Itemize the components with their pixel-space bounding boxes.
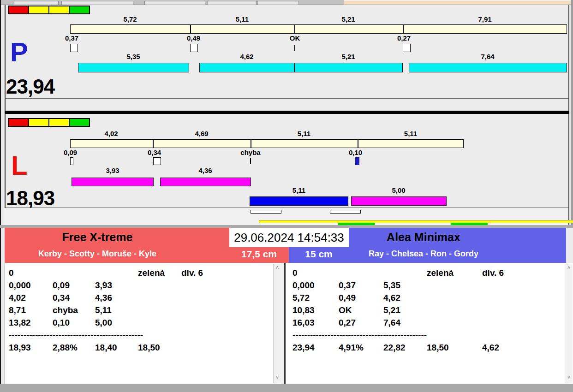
- ref-segment-label: 4,02: [104, 131, 118, 137]
- lane-p-measure-bar: [78, 63, 189, 72]
- lane-p-total: 23,94: [6, 77, 54, 97]
- ref-segment-label: 7,91: [478, 16, 491, 23]
- lane-p-reference-bar: [70, 24, 567, 34]
- lane-divider: [5, 111, 569, 114]
- lane-l-letter: L: [11, 152, 27, 179]
- gap-label: chyba: [240, 149, 260, 156]
- cell: 7,64: [383, 316, 427, 329]
- scroll-down-icon[interactable]: ˅: [565, 374, 573, 382]
- table-totals-row: 18,93 2,88% 18,40 18,50: [5, 341, 281, 354]
- meas-label: 5,00: [392, 187, 405, 194]
- gap-label: 0,10: [349, 149, 362, 156]
- cell: 5,11: [95, 304, 138, 316]
- cell: 16,03: [292, 316, 339, 329]
- team2-size-badge: 15 cm: [289, 246, 349, 262]
- total-cell: 23,94: [292, 341, 339, 354]
- table-separator-row: ----------------------------------------…: [286, 329, 573, 341]
- table-row: 10,83 OK 5,21: [286, 304, 573, 316]
- gap-label: 0,09: [64, 149, 77, 156]
- total-cell: 18,50: [138, 341, 181, 354]
- team1-name: Free X-treme: [5, 229, 190, 245]
- scroll-down-icon[interactable]: ˅: [274, 374, 281, 382]
- team1-players: Kerby - Scotty - Moruše - Kyle: [5, 247, 190, 260]
- meas-label: 3,93: [106, 167, 119, 174]
- lane-p-measure-bar: [409, 63, 567, 72]
- team1-size-badge: 17,5 cm: [229, 246, 289, 262]
- color-note: zelená: [138, 267, 181, 279]
- progress-bar-yellow: [259, 220, 573, 223]
- table-row: 13,82 0,10 5,00: [5, 316, 281, 329]
- ref-segment-label: 5,11: [236, 16, 249, 23]
- total-cell: 22,82: [383, 341, 427, 354]
- table-totals-row: 23,94 4,91% 22,82 18,50 4,62: [286, 341, 573, 354]
- table-row: 16,03 0,27 7,64: [286, 316, 573, 329]
- cell: 0,27: [339, 316, 383, 329]
- right-border: [568, 5, 569, 225]
- team2-name: Alea Minimax: [349, 229, 498, 245]
- gap-marker: [153, 157, 161, 165]
- meas-label: 5,11: [292, 187, 305, 194]
- cell: OK: [339, 304, 383, 316]
- status-red-cell: [9, 6, 29, 13]
- cell: 0,37: [339, 279, 383, 291]
- meas-label: 4,62: [240, 53, 253, 60]
- cell: 4,62: [383, 291, 427, 304]
- total-cell: 18,50: [427, 341, 482, 354]
- bar-tick: [294, 25, 295, 33]
- gap-marker-tick: [294, 45, 295, 51]
- meas-label: 4,36: [198, 167, 212, 174]
- bar-tick: [190, 25, 191, 33]
- start-value: 0: [292, 267, 339, 279]
- ref-segment-label: 5,11: [404, 131, 417, 137]
- gap-marker-tick: [250, 158, 251, 164]
- color-note: zelená: [427, 267, 482, 279]
- panel-bottom-band: [0, 384, 573, 392]
- status-yellow-cell: [49, 119, 70, 126]
- gap-label: 0,49: [187, 35, 200, 42]
- table-separator-row: ----------------------------------------…: [5, 329, 281, 341]
- team2-table-scrollbar[interactable]: ˄ ˅: [565, 264, 573, 383]
- bar-tick: [251, 140, 251, 148]
- cell: 4,36: [95, 291, 138, 304]
- lanes-left-border: [5, 5, 6, 225]
- status-yellow-cell: [49, 6, 70, 13]
- gap-label: 0,34: [148, 149, 161, 156]
- status-green-cell: [70, 6, 89, 13]
- cell: 8,71: [9, 304, 53, 316]
- separator: ----------------------------------------…: [292, 329, 573, 341]
- cell: 5,00: [95, 316, 138, 329]
- lane-p-status-strip: [8, 6, 90, 14]
- ref-segment-label: 5,72: [123, 16, 137, 23]
- total-cell: [181, 341, 281, 354]
- total-cell: 4,62: [482, 341, 573, 354]
- meas-label: 5,21: [341, 53, 355, 60]
- app-window: 5,72 5,11 5,21 7,91 0,37 0,49 OK 0,27 5,…: [0, 0, 573, 392]
- gap-label: 0,37: [65, 35, 78, 42]
- ref-segment-label: 5,21: [341, 16, 355, 23]
- cell: 0,49: [339, 291, 383, 304]
- total-cell: 2,88%: [53, 341, 95, 354]
- scroll-up-icon[interactable]: ˄: [565, 265, 573, 272]
- team2-players: Ray - Chelsea - Ron - Gordy: [349, 247, 498, 260]
- table-row: 0 zelená div. 6: [5, 267, 281, 279]
- gap-marker: [70, 44, 78, 52]
- bar-tick: [403, 25, 404, 33]
- lane-p-letter: P: [10, 39, 28, 65]
- cell: 0,000: [9, 279, 53, 291]
- gap-label: OK: [290, 35, 300, 42]
- total-cell: 18,40: [95, 341, 138, 354]
- team1-table-scrollbar[interactable]: ˄ ˅: [273, 264, 281, 383]
- cell: 5,35: [383, 279, 427, 291]
- status-yellow-cell: [29, 6, 49, 13]
- gap-marker-blue: [355, 157, 359, 165]
- table-divider: [284, 263, 286, 384]
- meas-label: 5,35: [126, 53, 140, 60]
- status-green-cell: [70, 119, 89, 126]
- outline-indicator: [330, 210, 361, 214]
- meas-label: 7,64: [481, 53, 494, 60]
- table-row: 0,000 0,37 5,35: [286, 279, 573, 291]
- cell: 0,34: [53, 291, 95, 304]
- bar-tick: [153, 140, 154, 148]
- scroll-up-icon[interactable]: ˄: [274, 265, 281, 272]
- right-edge: [571, 0, 573, 225]
